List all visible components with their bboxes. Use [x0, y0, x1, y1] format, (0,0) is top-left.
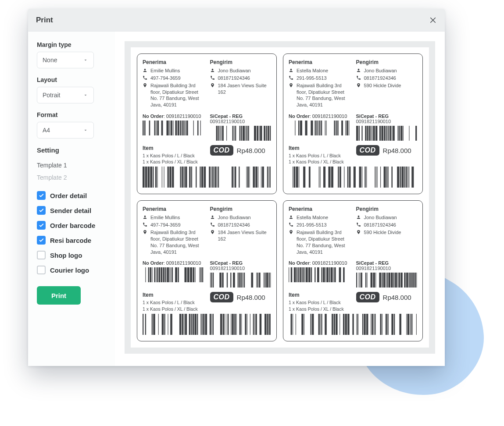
- svg-rect-144: [340, 167, 341, 188]
- svg-rect-216: [143, 314, 143, 335]
- svg-rect-268: [302, 267, 303, 282]
- pin-icon: [356, 83, 361, 88]
- svg-rect-52: [164, 167, 164, 188]
- svg-rect-203: [239, 273, 241, 288]
- svg-rect-212: [265, 273, 265, 288]
- svg-rect-193: [202, 267, 204, 282]
- svg-rect-142: [331, 167, 333, 188]
- svg-rect-255: [253, 314, 254, 335]
- setting-option[interactable]: Resi barcode: [37, 233, 107, 248]
- svg-rect-306: [400, 273, 403, 288]
- person-icon: [356, 215, 361, 220]
- svg-rect-188: [190, 267, 192, 282]
- svg-rect-323: [321, 314, 322, 335]
- svg-rect-145: [344, 167, 344, 188]
- layout-select[interactable]: Potrait: [37, 87, 94, 103]
- awb-barcode: [356, 273, 418, 288]
- recipient-address: Rajawali Building 3rd floor, Dipatiukur …: [297, 229, 350, 255]
- svg-rect-347: [394, 314, 395, 335]
- svg-rect-122: [388, 126, 389, 141]
- svg-rect-346: [391, 314, 393, 335]
- setting-option[interactable]: Sender detail: [37, 203, 107, 218]
- svg-rect-175: [157, 267, 158, 282]
- svg-rect-36: [254, 126, 256, 141]
- template-option[interactable]: Template 2: [37, 171, 107, 184]
- svg-rect-325: [332, 314, 333, 335]
- person-icon: [289, 68, 293, 73]
- svg-rect-183: [172, 267, 173, 282]
- sender-heading: Pengirim: [210, 59, 272, 65]
- svg-rect-223: [168, 314, 168, 335]
- svg-rect-295: [379, 273, 381, 288]
- resi-barcode: [143, 314, 271, 335]
- sender-phone: 081871924346: [364, 75, 396, 82]
- format-value: A4: [43, 127, 50, 134]
- svg-rect-132: [293, 167, 293, 188]
- svg-rect-303: [395, 273, 397, 288]
- svg-rect-14: [182, 121, 183, 135]
- close-icon[interactable]: [429, 16, 437, 24]
- shipping-service: SiCepat - REG0091821190010: [210, 114, 272, 124]
- svg-rect-232: [194, 314, 197, 335]
- svg-rect-177: [161, 267, 162, 282]
- svg-rect-114: [372, 126, 372, 141]
- svg-rect-213: [266, 273, 268, 288]
- svg-rect-103: [341, 121, 343, 135]
- awb-number: 0091821190010: [356, 119, 418, 124]
- svg-rect-130: [409, 126, 409, 141]
- shipping-service: SiCepat - REG0091821190010: [356, 114, 418, 124]
- svg-rect-186: [185, 267, 187, 282]
- svg-rect-71: [217, 167, 218, 188]
- svg-rect-82: [258, 167, 258, 188]
- phone-icon: [210, 75, 215, 80]
- svg-rect-305: [398, 273, 400, 288]
- setting-option[interactable]: Order barcode: [37, 218, 107, 233]
- svg-rect-318: [304, 314, 304, 335]
- svg-rect-110: [365, 126, 366, 141]
- svg-rect-269: [303, 267, 304, 282]
- svg-rect-291: [367, 273, 367, 288]
- template-option[interactable]: Template 1: [37, 159, 107, 171]
- pin-icon: [289, 83, 293, 88]
- svg-rect-64: [201, 167, 204, 188]
- svg-rect-344: [386, 314, 387, 335]
- setting-option[interactable]: Order detail: [37, 188, 107, 203]
- svg-rect-317: [301, 314, 304, 335]
- checkbox-checked-icon: [37, 206, 46, 215]
- svg-rect-332: [352, 314, 354, 335]
- format-select[interactable]: A4: [37, 122, 94, 138]
- svg-rect-40: [264, 126, 265, 141]
- svg-rect-37: [257, 126, 258, 141]
- svg-rect-267: [300, 267, 301, 282]
- cod-amount: Rp48.000: [237, 147, 265, 154]
- svg-rect-172: [152, 267, 152, 282]
- svg-rect-163: [401, 167, 404, 188]
- svg-rect-88: [295, 121, 295, 135]
- svg-rect-331: [347, 314, 350, 335]
- print-button[interactable]: Print: [37, 286, 81, 305]
- svg-rect-278: [325, 267, 326, 282]
- svg-rect-265: [297, 267, 297, 282]
- chevron-down-icon: [83, 128, 88, 133]
- svg-rect-72: [218, 167, 219, 188]
- svg-rect-275: [317, 267, 319, 282]
- svg-rect-262: [289, 267, 289, 282]
- svg-rect-54: [169, 167, 172, 188]
- shipping-service: SiCepat - REG0091821190010: [210, 260, 272, 271]
- svg-rect-288: [360, 273, 360, 288]
- sender-phone: 081871924346: [218, 222, 250, 228]
- svg-rect-315: [293, 314, 293, 335]
- svg-rect-352: [411, 314, 411, 335]
- svg-rect-32: [243, 126, 245, 141]
- margin-select[interactable]: None: [37, 52, 94, 68]
- recipient-name: Estella Malone: [297, 214, 328, 221]
- setting-option[interactable]: Courier logo: [37, 263, 107, 277]
- svg-rect-310: [410, 273, 411, 288]
- person-icon: [289, 215, 293, 220]
- checkbox-icon: [37, 251, 46, 259]
- setting-option[interactable]: Shop logo: [37, 248, 107, 263]
- phone-icon: [143, 75, 147, 80]
- order-number: No Order: 0091821190010: [143, 114, 204, 119]
- sender-name: Jono Budiawan: [364, 214, 397, 221]
- svg-rect-129: [403, 126, 403, 141]
